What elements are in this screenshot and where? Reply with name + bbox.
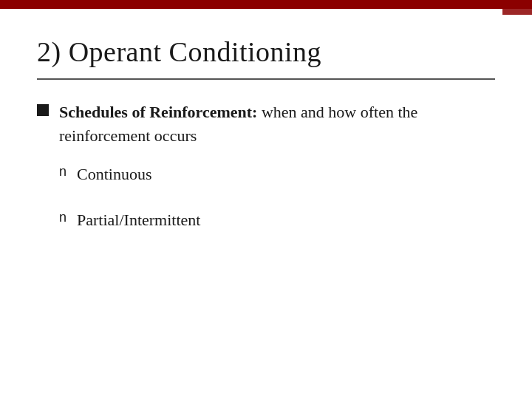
top-bar xyxy=(0,0,532,9)
sub-item-text-continuous: Continuous xyxy=(77,163,151,186)
slide-content: 2) Operant Conditioning Schedules of Rei… xyxy=(0,6,532,254)
sub-bullet-2: n xyxy=(59,210,66,225)
main-bullet-square xyxy=(37,104,49,116)
sub-bullet-1: n xyxy=(59,164,66,180)
sub-item-partial: n Partial/Intermittent xyxy=(59,208,495,232)
main-point-text: Schedules of Reinforcement: when and how… xyxy=(59,100,495,148)
corner-accent xyxy=(502,0,532,15)
sub-item-text-partial: Partial/Intermittent xyxy=(77,208,200,232)
slide-title: 2) Operant Conditioning xyxy=(37,35,495,68)
sub-list: n Continuous n Partial/Intermittent xyxy=(59,163,495,232)
divider xyxy=(37,78,495,80)
main-point: Schedules of Reinforcement: when and how… xyxy=(37,100,495,148)
main-point-bold: Schedules of Reinforcement: xyxy=(59,103,257,121)
sub-item-continuous: n Continuous xyxy=(59,163,495,186)
